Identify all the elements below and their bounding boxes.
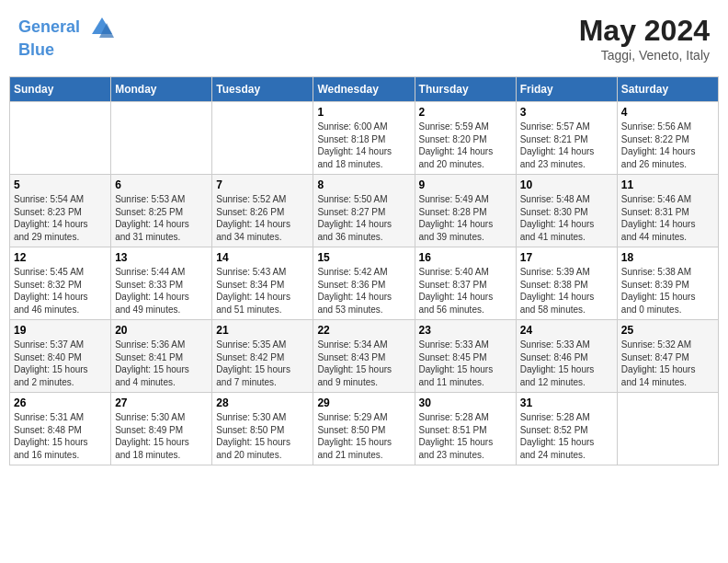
calendar-cell: 4Sunrise: 5:56 AM Sunset: 8:22 PM Daylig… (617, 102, 718, 175)
day-number: 20 (115, 324, 208, 337)
day-number: 9 (419, 178, 512, 191)
weekday-header-cell: Tuesday (212, 77, 313, 102)
day-info: Sunrise: 5:35 AM Sunset: 8:42 PM Dayligh… (216, 339, 309, 388)
calendar-cell: 11Sunrise: 5:46 AM Sunset: 8:31 PM Dayli… (617, 175, 718, 247)
calendar: SundayMondayTuesdayWednesdayThursdayFrid… (9, 76, 719, 465)
day-number: 17 (520, 251, 613, 264)
day-info: Sunrise: 6:00 AM Sunset: 8:18 PM Dayligh… (317, 121, 410, 170)
weekday-header-cell: Thursday (415, 77, 516, 102)
day-number: 3 (520, 106, 613, 119)
calendar-week-row: 1Sunrise: 6:00 AM Sunset: 8:18 PM Daylig… (10, 102, 719, 175)
day-info: Sunrise: 5:44 AM Sunset: 8:33 PM Dayligh… (115, 266, 208, 316)
day-info: Sunrise: 5:33 AM Sunset: 8:46 PM Dayligh… (520, 339, 613, 388)
day-info: Sunrise: 5:33 AM Sunset: 8:45 PM Dayligh… (419, 339, 512, 388)
day-number: 23 (419, 324, 512, 337)
calendar-cell: 1Sunrise: 6:00 AM Sunset: 8:18 PM Daylig… (313, 102, 415, 175)
calendar-week-row: 5Sunrise: 5:54 AM Sunset: 8:23 PM Daylig… (10, 175, 719, 247)
calendar-body: 1Sunrise: 6:00 AM Sunset: 8:18 PM Daylig… (10, 102, 719, 465)
header: General Blue May 2024 Taggi, Veneto, Ita… (9, 9, 719, 67)
day-info: Sunrise: 5:42 AM Sunset: 8:36 PM Dayligh… (317, 266, 410, 316)
weekday-header-cell: Friday (516, 77, 617, 102)
logo: General Blue (18, 14, 116, 60)
calendar-cell: 2Sunrise: 5:59 AM Sunset: 8:20 PM Daylig… (415, 102, 516, 175)
day-number: 22 (317, 324, 410, 337)
day-number: 1 (317, 106, 410, 119)
day-number: 21 (216, 324, 309, 337)
logo-text: General (18, 14, 116, 41)
calendar-cell: 17Sunrise: 5:39 AM Sunset: 8:38 PM Dayli… (516, 247, 617, 320)
day-number: 14 (216, 251, 309, 264)
day-number: 29 (317, 396, 410, 409)
calendar-cell (212, 102, 313, 175)
day-number: 19 (14, 324, 107, 337)
main-title: May 2024 (579, 14, 710, 48)
day-info: Sunrise: 5:56 AM Sunset: 8:22 PM Dayligh… (621, 121, 714, 170)
day-number: 8 (317, 178, 410, 191)
calendar-cell: 19Sunrise: 5:37 AM Sunset: 8:40 PM Dayli… (10, 320, 111, 393)
calendar-cell: 28Sunrise: 5:30 AM Sunset: 8:50 PM Dayli… (212, 393, 313, 465)
calendar-cell: 25Sunrise: 5:32 AM Sunset: 8:47 PM Dayli… (617, 320, 718, 393)
day-number: 15 (317, 251, 410, 264)
logo-icon (88, 14, 116, 41)
calendar-cell: 24Sunrise: 5:33 AM Sunset: 8:46 PM Dayli… (516, 320, 617, 393)
day-info: Sunrise: 5:34 AM Sunset: 8:43 PM Dayligh… (317, 339, 410, 388)
calendar-cell: 5Sunrise: 5:54 AM Sunset: 8:23 PM Daylig… (10, 175, 111, 247)
day-info: Sunrise: 5:37 AM Sunset: 8:40 PM Dayligh… (14, 339, 107, 388)
day-number: 13 (115, 251, 208, 264)
day-number: 26 (14, 396, 107, 409)
calendar-cell: 23Sunrise: 5:33 AM Sunset: 8:45 PM Dayli… (415, 320, 516, 393)
calendar-cell: 8Sunrise: 5:50 AM Sunset: 8:27 PM Daylig… (313, 175, 415, 247)
day-info: Sunrise: 5:28 AM Sunset: 8:51 PM Dayligh… (419, 411, 512, 461)
day-info: Sunrise: 5:28 AM Sunset: 8:52 PM Dayligh… (520, 411, 613, 461)
day-number: 31 (520, 396, 613, 409)
calendar-cell (617, 393, 718, 465)
calendar-cell: 10Sunrise: 5:48 AM Sunset: 8:30 PM Dayli… (516, 175, 617, 247)
calendar-cell: 16Sunrise: 5:40 AM Sunset: 8:37 PM Dayli… (415, 247, 516, 320)
calendar-cell: 21Sunrise: 5:35 AM Sunset: 8:42 PM Dayli… (212, 320, 313, 393)
day-info: Sunrise: 5:50 AM Sunset: 8:27 PM Dayligh… (317, 193, 410, 243)
day-number: 11 (621, 178, 714, 191)
day-number: 16 (419, 251, 512, 264)
calendar-cell: 9Sunrise: 5:49 AM Sunset: 8:28 PM Daylig… (415, 175, 516, 247)
day-info: Sunrise: 5:52 AM Sunset: 8:26 PM Dayligh… (216, 193, 309, 243)
day-info: Sunrise: 5:46 AM Sunset: 8:31 PM Dayligh… (621, 193, 714, 243)
calendar-cell: 13Sunrise: 5:44 AM Sunset: 8:33 PM Dayli… (111, 247, 212, 320)
day-info: Sunrise: 5:45 AM Sunset: 8:32 PM Dayligh… (14, 266, 107, 316)
calendar-week-row: 26Sunrise: 5:31 AM Sunset: 8:48 PM Dayli… (10, 393, 719, 465)
calendar-cell: 6Sunrise: 5:53 AM Sunset: 8:25 PM Daylig… (111, 175, 212, 247)
calendar-week-row: 12Sunrise: 5:45 AM Sunset: 8:32 PM Dayli… (10, 247, 719, 320)
calendar-cell: 20Sunrise: 5:36 AM Sunset: 8:41 PM Dayli… (111, 320, 212, 393)
day-number: 12 (14, 251, 107, 264)
day-number: 25 (621, 324, 714, 337)
day-number: 18 (621, 251, 714, 264)
calendar-cell: 7Sunrise: 5:52 AM Sunset: 8:26 PM Daylig… (212, 175, 313, 247)
day-info: Sunrise: 5:57 AM Sunset: 8:21 PM Dayligh… (520, 121, 613, 170)
day-info: Sunrise: 5:48 AM Sunset: 8:30 PM Dayligh… (520, 193, 613, 243)
day-info: Sunrise: 5:59 AM Sunset: 8:20 PM Dayligh… (419, 121, 512, 170)
day-info: Sunrise: 5:30 AM Sunset: 8:49 PM Dayligh… (115, 411, 208, 461)
title-area: May 2024 Taggi, Veneto, Italy (579, 14, 710, 63)
day-number: 30 (419, 396, 512, 409)
day-info: Sunrise: 5:43 AM Sunset: 8:34 PM Dayligh… (216, 266, 309, 316)
calendar-cell (10, 102, 111, 175)
day-number: 10 (520, 178, 613, 191)
day-info: Sunrise: 5:40 AM Sunset: 8:37 PM Dayligh… (419, 266, 512, 316)
calendar-cell: 31Sunrise: 5:28 AM Sunset: 8:52 PM Dayli… (516, 393, 617, 465)
calendar-cell: 18Sunrise: 5:38 AM Sunset: 8:39 PM Dayli… (617, 247, 718, 320)
day-info: Sunrise: 5:39 AM Sunset: 8:38 PM Dayligh… (520, 266, 613, 316)
weekday-header-row: SundayMondayTuesdayWednesdayThursdayFrid… (10, 77, 719, 102)
day-number: 5 (14, 178, 107, 191)
calendar-cell: 29Sunrise: 5:29 AM Sunset: 8:50 PM Dayli… (313, 393, 415, 465)
day-number: 27 (115, 396, 208, 409)
day-info: Sunrise: 5:36 AM Sunset: 8:41 PM Dayligh… (115, 339, 208, 388)
weekday-header-cell: Sunday (10, 77, 111, 102)
day-number: 28 (216, 396, 309, 409)
day-info: Sunrise: 5:30 AM Sunset: 8:50 PM Dayligh… (216, 411, 309, 461)
weekday-header-cell: Monday (111, 77, 212, 102)
calendar-cell: 14Sunrise: 5:43 AM Sunset: 8:34 PM Dayli… (212, 247, 313, 320)
day-info: Sunrise: 5:29 AM Sunset: 8:50 PM Dayligh… (317, 411, 410, 461)
day-info: Sunrise: 5:49 AM Sunset: 8:28 PM Dayligh… (419, 193, 512, 243)
calendar-cell: 15Sunrise: 5:42 AM Sunset: 8:36 PM Dayli… (313, 247, 415, 320)
calendar-cell: 30Sunrise: 5:28 AM Sunset: 8:51 PM Dayli… (415, 393, 516, 465)
day-info: Sunrise: 5:38 AM Sunset: 8:39 PM Dayligh… (621, 266, 714, 316)
